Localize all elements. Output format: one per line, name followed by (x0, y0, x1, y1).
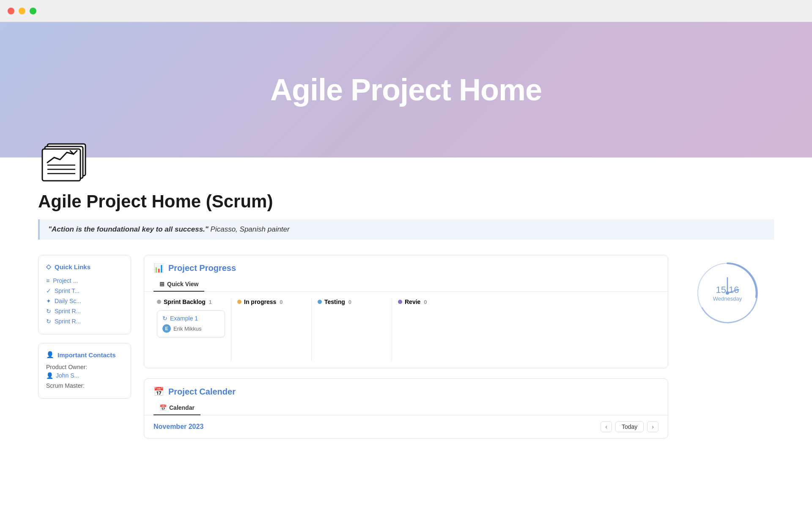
calendar-panel-header: 📅 Project Calender (144, 379, 668, 397)
center-content: 📊 Project Progress ⊞ Quick View S (144, 255, 668, 439)
calendar-next-button[interactable]: › (647, 421, 658, 432)
page-icon (38, 136, 93, 183)
review-count: 0 (424, 299, 427, 305)
calendar-nav: November 2023 ‹ Today › (144, 415, 668, 438)
calendar-icon: 📅 (154, 387, 164, 397)
inprogress-header: In progress 0 (237, 298, 305, 305)
backlog-count: 1 (209, 299, 212, 305)
quote-author: Picasso, Spanish painter (208, 225, 290, 233)
refresh-icon: ↻ (46, 308, 51, 315)
hero-banner: Agile Project Home (0, 22, 812, 157)
person-icon: 👤 (46, 351, 54, 359)
close-button[interactable] (8, 8, 14, 14)
tab-quick-view[interactable]: ⊞ Quick View (154, 277, 204, 292)
quote-block: "Action is the foundational key to all s… (38, 219, 774, 240)
right-widget: 15:16 Wednesday (681, 255, 774, 327)
kanban-card-example1[interactable]: ↻ Example 1 E Erik Mikkus (157, 310, 225, 337)
testing-dot (318, 300, 322, 304)
clock-text: 15:16 Wednesday (713, 284, 742, 302)
clock-day: Wednesday (713, 295, 742, 302)
hero-title: Agile Project Home (270, 72, 542, 107)
chart-icon: 📊 (154, 263, 164, 273)
refresh-icon-2: ↻ (46, 318, 51, 325)
calendar-prev-button[interactable]: ‹ (601, 421, 612, 432)
product-owner-label: Product Owner: (46, 364, 123, 370)
contacts-card: 👤 Important Contacts Product Owner: 👤 Jo… (38, 343, 131, 399)
quick-links-icon: ◇ (46, 263, 51, 271)
testing-header: Testing 0 (318, 298, 386, 305)
review-header: Revie 0 (398, 298, 466, 305)
card-avatar: E (162, 324, 171, 333)
backlog-header: Sprint Backlog 1 (157, 298, 225, 305)
review-dot (398, 300, 402, 304)
kanban-col-review: Revie 0 (392, 298, 472, 361)
refresh-card-icon: ↻ (162, 315, 167, 322)
window-chrome (0, 0, 812, 22)
content-area: Agile Project Home (Scrum) "Action is th… (0, 157, 812, 456)
tab-calendar[interactable]: 📅 Calendar (154, 401, 200, 415)
kanban-col-inprogress: In progress 0 (231, 298, 312, 361)
quote-text: "Action is the foundational key to all s… (48, 225, 208, 233)
minimize-button[interactable] (19, 8, 25, 14)
progress-tabs: ⊞ Quick View (144, 273, 668, 292)
kanban-board: Sprint Backlog 1 ↻ Example 1 E Erik Mikk… (144, 292, 668, 368)
product-owner-link[interactable]: 👤 John S... (46, 372, 123, 379)
inprogress-dot (237, 300, 241, 304)
project-calendar-panel: 📅 Project Calender 📅 Calendar November 2… (144, 378, 668, 439)
kanban-col-backlog: Sprint Backlog 1 ↻ Example 1 E Erik Mikk… (151, 298, 231, 361)
main-layout: ◇ Quick Links ≡ Project ... ✓ Sprint T..… (38, 255, 774, 439)
progress-panel-title: Project Progress (168, 263, 236, 273)
calendar-tab-icon: 📅 (159, 404, 167, 411)
table-icon: ⊞ (159, 281, 165, 287)
sidebar-link-sprint-r2[interactable]: ↻ Sprint R... (46, 316, 123, 326)
person-icon-2: 👤 (46, 372, 53, 379)
backlog-dot (157, 300, 161, 304)
sidebar-link-sprint-t[interactable]: ✓ Sprint T... (46, 286, 123, 296)
project-progress-panel: 📊 Project Progress ⊞ Quick View S (144, 255, 668, 368)
left-sidebar: ◇ Quick Links ≡ Project ... ✓ Sprint T..… (38, 255, 131, 399)
contacts-title: 👤 Important Contacts (46, 351, 123, 359)
page-title: Agile Project Home (Scrum) (38, 191, 774, 212)
inprogress-count: 0 (280, 299, 283, 305)
calendar-panel-title: Project Calender (168, 387, 236, 397)
progress-panel-header: 📊 Project Progress (144, 255, 668, 273)
quick-links-card: ◇ Quick Links ≡ Project ... ✓ Sprint T..… (38, 255, 131, 334)
today-button[interactable]: Today (615, 421, 644, 432)
quick-links-title: ◇ Quick Links (46, 263, 123, 271)
card-title: ↻ Example 1 (162, 315, 219, 322)
calendar-month: November 2023 (154, 423, 203, 431)
kanban-col-testing: Testing 0 (312, 298, 392, 361)
scrum-master-label: Scrum Master: (46, 382, 123, 389)
sidebar-link-daily[interactable]: ✦ Daily Sc... (46, 296, 123, 306)
testing-count: 0 (348, 299, 351, 305)
sparkle-icon: ✦ (46, 298, 51, 304)
card-author: E Erik Mikkus (162, 324, 219, 333)
maximize-button[interactable] (30, 8, 36, 14)
sidebar-link-sprint-r1[interactable]: ↻ Sprint R... (46, 306, 123, 316)
list-icon: ≡ (46, 277, 49, 284)
check-circle-icon: ✓ (46, 287, 51, 294)
clock-time: 15:16 (713, 284, 742, 295)
calendar-tabs: 📅 Calendar (144, 397, 668, 415)
sidebar-link-project[interactable]: ≡ Project ... (46, 276, 123, 286)
clock-widget: 15:16 Wednesday (694, 259, 761, 327)
